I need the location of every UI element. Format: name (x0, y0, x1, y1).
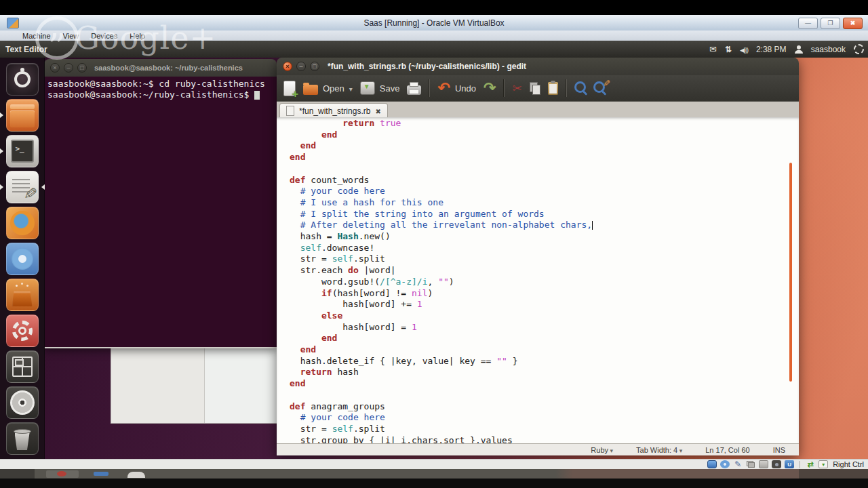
language-selector[interactable]: Ruby (591, 446, 613, 454)
search-replace-icon (593, 81, 605, 93)
search-icon (574, 81, 586, 93)
menu-help[interactable]: Help (123, 32, 151, 40)
terminal-title: saasbook@saasbook: ~/ruby-calisthenics (94, 64, 243, 72)
launcher (0, 58, 45, 459)
statusbar-separator (800, 461, 800, 468)
undo-icon (437, 82, 450, 95)
blurred-taskbar-strip (0, 469, 868, 479)
cut-icon (512, 81, 521, 96)
text-cursor (592, 221, 593, 230)
launcher-icon-trash[interactable] (6, 422, 39, 455)
gedit-titlebar[interactable]: × – □ *fun_with_strings.rb (~/ruby-calis… (277, 58, 799, 75)
terminal-close-icon[interactable]: × (50, 63, 60, 73)
terminal-maximize-icon[interactable]: □ (77, 63, 87, 73)
redo-button[interactable] (484, 82, 496, 95)
minimize-button[interactable]: — (798, 18, 818, 29)
launcher-icon-terminal[interactable] (6, 135, 39, 167)
tab-fun-with-strings[interactable]: *fun_with_strings.rb (279, 103, 388, 118)
vbox-status-icons (707, 460, 794, 468)
vbox-window-title: Saas [Running] - Oracle VM VirtualBox (0, 18, 868, 28)
save-button[interactable]: Save (360, 81, 400, 95)
folder-status-icon[interactable] (759, 460, 768, 468)
copy-icon (530, 82, 540, 95)
running-indicator (0, 148, 6, 154)
pen-status-icon[interactable] (733, 460, 743, 468)
user-icon (795, 45, 803, 54)
new-document-button[interactable] (283, 81, 296, 96)
network-status-icon[interactable] (806, 460, 815, 468)
username[interactable]: saasbook (811, 45, 846, 54)
blurred-icon (127, 472, 145, 478)
menu-view[interactable]: View (57, 32, 85, 40)
tab-close-icon[interactable] (375, 106, 380, 116)
gear-icon[interactable] (854, 44, 864, 54)
launcher-icon-dash[interactable] (6, 63, 39, 96)
camera-status-icon[interactable] (772, 460, 781, 468)
launcher-icon-software-center[interactable] (6, 279, 39, 311)
launcher-icon-chromium[interactable] (6, 243, 39, 275)
document-icon (286, 106, 294, 116)
autoresize-status-icon[interactable] (818, 460, 828, 468)
gedit-tabbar: *fun_with_strings.rb (277, 101, 799, 118)
search-replace-button[interactable] (593, 83, 605, 93)
restore-button[interactable]: ❐ (821, 18, 840, 29)
vbox-menubar: Machine View Devices Help (0, 30, 868, 41)
gedit-minimize-icon[interactable]: – (296, 62, 306, 71)
new-document-icon (283, 81, 296, 96)
background-window (111, 348, 279, 424)
vm-display: Text Editor 2:38 PM saasbook × – □ saasb… (0, 41, 868, 459)
running-indicator (0, 113, 6, 118)
gedit-maximize-icon[interactable]: □ (310, 62, 319, 71)
gedit-statusbar: Ruby Tab Width: 4 Ln 17, Col 60 INS (277, 443, 799, 455)
launcher-icon-text-editor[interactable] (6, 171, 39, 203)
cursor-position: Ln 17, Col 60 (705, 446, 749, 454)
open-button[interactable]: Open (303, 82, 353, 95)
panel-app-name: Text Editor (5, 45, 47, 54)
gedit-title: *fun_with_strings.rb (~/ruby-calisthenic… (328, 62, 526, 71)
redo-icon (484, 82, 496, 95)
editor-text-area[interactable]: return true end endend def count_words #… (277, 117, 799, 444)
vbox-titlebar: Saas [Running] - Oracle VM VirtualBox — … (0, 15, 868, 30)
launcher-icon-cd-burner[interactable] (6, 386, 39, 419)
network-arrows-icon[interactable] (725, 45, 732, 54)
cut-button[interactable] (512, 81, 521, 96)
paste-button[interactable] (548, 82, 558, 95)
mail-icon[interactable] (709, 44, 717, 54)
print-button[interactable] (407, 81, 421, 95)
open-folder-icon (303, 85, 318, 95)
terminal-minimize-icon[interactable]: – (64, 63, 73, 73)
menu-devices[interactable]: Devices (85, 32, 123, 40)
terminal-titlebar[interactable]: × – □ saasbook@saasbook: ~/ruby-calisthe… (44, 59, 277, 77)
launcher-icon-firefox[interactable] (6, 207, 39, 239)
running-indicator (0, 184, 6, 190)
menu-machine[interactable]: Machine (16, 32, 57, 40)
tab-width-selector[interactable]: Tab Width: 4 (636, 446, 682, 454)
save-icon (360, 81, 375, 95)
usb-status-icon[interactable] (785, 460, 794, 468)
terminal-body[interactable]: saasbook@saasbook:~$ cd ruby-calisthenic… (44, 77, 277, 348)
overlay-scrollbar[interactable] (789, 163, 792, 382)
launcher-icon-settings[interactable] (6, 314, 39, 347)
code-area[interactable]: return true end endend def count_words #… (277, 117, 799, 444)
gedit-close-icon[interactable]: × (283, 62, 292, 71)
terminal-window: × – □ saasbook@saasbook: ~/ruby-calisthe… (44, 59, 277, 348)
optical-status-icon[interactable] (720, 460, 730, 468)
copy-button[interactable] (530, 82, 540, 95)
close-button[interactable]: ✖ (843, 18, 863, 29)
gedit-window: × – □ *fun_with_strings.rb (~/ruby-calis… (277, 58, 799, 455)
harddisk-status-icon[interactable] (707, 460, 717, 468)
vbox-statusbar: Right Ctrl (0, 459, 868, 469)
toolbar-separator (566, 79, 567, 97)
chevron-down-icon[interactable] (349, 83, 353, 94)
volume-icon[interactable] (740, 45, 748, 54)
paste-icon (548, 82, 558, 95)
focused-indicator (39, 184, 45, 190)
letterbox-bottom (0, 479, 868, 488)
launcher-icon-workspaces[interactable] (6, 350, 39, 383)
windows-status-icon[interactable] (746, 460, 755, 468)
undo-button[interactable]: Undo (437, 82, 476, 95)
insert-mode: INS (773, 446, 785, 454)
search-button[interactable] (574, 83, 586, 93)
clock[interactable]: 2:38 PM (756, 45, 787, 54)
launcher-icon-files[interactable] (6, 99, 39, 131)
